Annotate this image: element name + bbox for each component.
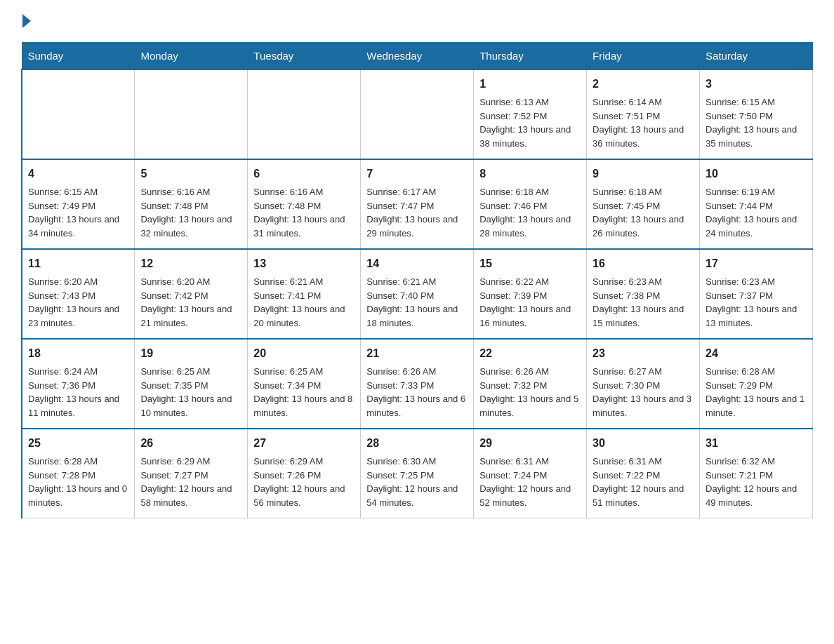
daylight-text: Daylight: 13 hours and 10 minutes. [140, 394, 232, 418]
calendar-cell: 19 Sunrise: 6:25 AM Sunset: 7:35 PM Dayl… [135, 339, 248, 429]
daylight-text: Daylight: 13 hours and 38 minutes. [479, 124, 571, 149]
sunrise-text: Sunrise: 6:30 AM [366, 456, 436, 467]
sunrise-text: Sunrise: 6:25 AM [140, 366, 210, 377]
sunset-text: Sunset: 7:39 PM [479, 290, 547, 301]
day-number: 18 [28, 345, 128, 362]
daylight-text: Daylight: 13 hours and 32 minutes. [140, 214, 232, 239]
day-number: 31 [706, 435, 807, 452]
calendar-cell: 23 Sunrise: 6:27 AM Sunset: 7:30 PM Dayl… [587, 339, 700, 429]
daylight-text: Daylight: 13 hours and 8 minutes. [253, 394, 352, 418]
sunrise-text: Sunrise: 6:20 AM [140, 276, 210, 287]
sunset-text: Sunset: 7:37 PM [706, 290, 773, 301]
calendar-cell: 27 Sunrise: 6:29 AM Sunset: 7:26 PM Dayl… [248, 429, 361, 518]
sunrise-text: Sunrise: 6:31 AM [479, 456, 549, 467]
sunset-text: Sunset: 7:49 PM [28, 201, 95, 211]
logo [21, 14, 32, 28]
calendar-cell: 6 Sunrise: 6:16 AM Sunset: 7:48 PM Dayli… [248, 159, 361, 249]
logo-arrow-icon [22, 14, 31, 28]
day-number: 19 [140, 345, 241, 362]
sunrise-text: Sunrise: 6:14 AM [593, 97, 662, 107]
calendar-cell: 11 Sunrise: 6:20 AM Sunset: 7:43 PM Dayl… [22, 249, 135, 339]
sunrise-text: Sunrise: 6:15 AM [28, 187, 98, 197]
daylight-text: Daylight: 12 hours and 54 minutes. [366, 483, 458, 508]
sunset-text: Sunset: 7:48 PM [253, 201, 321, 211]
daylight-text: Daylight: 12 hours and 52 minutes. [479, 483, 571, 508]
sunset-text: Sunset: 7:33 PM [366, 380, 434, 391]
day-number: 16 [593, 255, 694, 272]
sunset-text: Sunset: 7:44 PM [706, 201, 773, 211]
daylight-text: Daylight: 13 hours and 0 minutes. [28, 483, 127, 508]
sunrise-text: Sunrise: 6:24 AM [28, 366, 98, 377]
daylight-text: Daylight: 13 hours and 28 minutes. [479, 214, 571, 239]
day-number: 21 [366, 345, 468, 362]
daylight-text: Daylight: 13 hours and 21 minutes. [140, 304, 232, 328]
sunset-text: Sunset: 7:26 PM [253, 470, 321, 481]
calendar-cell: 24 Sunrise: 6:28 AM Sunset: 7:29 PM Dayl… [700, 339, 813, 429]
sunset-text: Sunset: 7:52 PM [479, 111, 547, 121]
day-number: 23 [593, 345, 694, 362]
calendar-cell: 8 Sunrise: 6:18 AM Sunset: 7:46 PM Dayli… [474, 159, 587, 249]
sunrise-text: Sunrise: 6:28 AM [28, 456, 98, 467]
day-of-week-header: Monday [135, 43, 248, 70]
sunrise-text: Sunrise: 6:26 AM [366, 366, 436, 377]
day-number: 12 [140, 255, 241, 272]
sunset-text: Sunset: 7:29 PM [706, 380, 773, 391]
sunset-text: Sunset: 7:25 PM [366, 470, 434, 481]
calendar-cell: 7 Sunrise: 6:17 AM Sunset: 7:47 PM Dayli… [361, 159, 474, 249]
day-number: 30 [593, 435, 694, 452]
calendar-table: SundayMondayTuesdayWednesdayThursdayFrid… [21, 42, 813, 518]
calendar-week-row: 11 Sunrise: 6:20 AM Sunset: 7:43 PM Dayl… [22, 249, 813, 339]
sunset-text: Sunset: 7:38 PM [593, 290, 660, 301]
calendar-cell: 2 Sunrise: 6:14 AM Sunset: 7:51 PM Dayli… [587, 69, 700, 159]
day-number: 1 [479, 76, 581, 93]
sunset-text: Sunset: 7:27 PM [140, 470, 208, 481]
sunrise-text: Sunrise: 6:26 AM [479, 366, 549, 377]
sunset-text: Sunset: 7:47 PM [366, 201, 434, 211]
sunset-text: Sunset: 7:34 PM [253, 380, 321, 391]
sunrise-text: Sunrise: 6:19 AM [706, 187, 775, 197]
calendar-body: 1 Sunrise: 6:13 AM Sunset: 7:52 PM Dayli… [22, 69, 813, 518]
calendar-cell: 25 Sunrise: 6:28 AM Sunset: 7:28 PM Dayl… [22, 429, 135, 518]
calendar-cell: 22 Sunrise: 6:26 AM Sunset: 7:32 PM Dayl… [474, 339, 587, 429]
day-number: 7 [366, 166, 468, 182]
daylight-text: Daylight: 13 hours and 23 minutes. [28, 304, 119, 328]
calendar-cell: 5 Sunrise: 6:16 AM Sunset: 7:48 PM Dayli… [135, 159, 248, 249]
daylight-text: Daylight: 13 hours and 36 minutes. [593, 124, 684, 149]
calendar-cell: 21 Sunrise: 6:26 AM Sunset: 7:33 PM Dayl… [361, 339, 474, 429]
day-number: 3 [706, 76, 807, 93]
sunset-text: Sunset: 7:41 PM [253, 290, 321, 301]
calendar-cell: 3 Sunrise: 6:15 AM Sunset: 7:50 PM Dayli… [700, 69, 813, 159]
day-number: 22 [479, 345, 581, 362]
calendar-cell: 9 Sunrise: 6:18 AM Sunset: 7:45 PM Dayli… [587, 159, 700, 249]
calendar-cell: 20 Sunrise: 6:25 AM Sunset: 7:34 PM Dayl… [248, 339, 361, 429]
calendar-week-row: 25 Sunrise: 6:28 AM Sunset: 7:28 PM Dayl… [22, 429, 813, 518]
day-number: 26 [140, 435, 241, 452]
day-header-row: SundayMondayTuesdayWednesdayThursdayFrid… [22, 43, 813, 70]
sunrise-text: Sunrise: 6:16 AM [253, 187, 323, 197]
sunrise-text: Sunrise: 6:16 AM [140, 187, 210, 197]
sunrise-text: Sunrise: 6:18 AM [479, 187, 549, 197]
calendar-cell: 17 Sunrise: 6:23 AM Sunset: 7:37 PM Dayl… [700, 249, 813, 339]
day-number: 11 [28, 255, 128, 272]
calendar-week-row: 1 Sunrise: 6:13 AM Sunset: 7:52 PM Dayli… [22, 69, 813, 159]
calendar-header: SundayMondayTuesdayWednesdayThursdayFrid… [22, 43, 813, 70]
sunrise-text: Sunrise: 6:18 AM [593, 187, 662, 197]
page-header [21, 14, 813, 28]
daylight-text: Daylight: 12 hours and 49 minutes. [706, 483, 797, 508]
day-number: 13 [253, 255, 355, 272]
daylight-text: Daylight: 13 hours and 24 minutes. [706, 214, 797, 239]
day-number: 5 [140, 166, 241, 182]
day-of-week-header: Friday [587, 43, 700, 70]
sunrise-text: Sunrise: 6:23 AM [706, 276, 775, 287]
day-of-week-header: Thursday [474, 43, 587, 70]
day-of-week-header: Sunday [22, 43, 135, 70]
sunset-text: Sunset: 7:30 PM [593, 380, 660, 391]
sunset-text: Sunset: 7:48 PM [140, 201, 208, 211]
day-number: 24 [706, 345, 807, 362]
calendar-cell: 30 Sunrise: 6:31 AM Sunset: 7:22 PM Dayl… [587, 429, 700, 518]
sunset-text: Sunset: 7:51 PM [593, 111, 660, 121]
calendar-cell: 26 Sunrise: 6:29 AM Sunset: 7:27 PM Dayl… [135, 429, 248, 518]
calendar-cell: 12 Sunrise: 6:20 AM Sunset: 7:42 PM Dayl… [135, 249, 248, 339]
sunset-text: Sunset: 7:22 PM [593, 470, 660, 481]
sunset-text: Sunset: 7:46 PM [479, 201, 547, 211]
